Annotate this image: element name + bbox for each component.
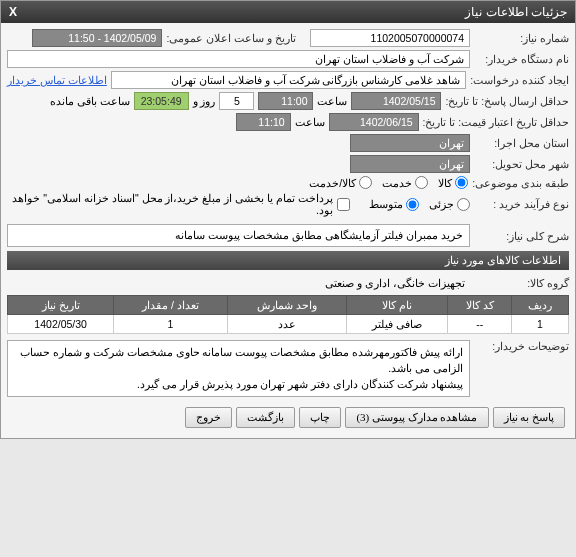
th-row: ردیف (512, 296, 569, 315)
delivery-city-label: شهر محل تحویل: (474, 158, 569, 170)
deadline-date-field: 1402/05/15 (351, 92, 441, 110)
goods-section-header: اطلاعات کالاهای مورد نیاز (7, 251, 569, 270)
td-unit: عدد (227, 315, 346, 334)
cat-service-radio[interactable]: خدمت (382, 176, 428, 189)
days-remain-field: 5 (219, 92, 254, 110)
countdown-field: 23:05:49 (134, 92, 189, 110)
td-date: 1402/05/30 (8, 315, 114, 334)
cat-goods-input[interactable] (455, 176, 468, 189)
content-area: شماره نیاز: 1102005070000074 تاریخ و ساع… (1, 23, 575, 438)
time-label-1: ساعت (317, 95, 347, 107)
public-date-label: تاریخ و ساعت اعلان عمومی: (166, 32, 296, 44)
public-date-field: 1402/05/09 - 11:50 (32, 29, 162, 47)
delivery-city-field: تهران (350, 155, 470, 173)
cat-goods-service-radio[interactable]: کالا/خدمت (309, 176, 372, 189)
goods-table: ردیف کد کالا نام کالا واحد شمارش تعداد /… (7, 295, 569, 334)
validity-time-field: 11:10 (236, 113, 291, 131)
cat-service-input[interactable] (415, 176, 428, 189)
exec-city-label: استان محل اجرا: (474, 137, 569, 149)
treasury-checkbox-input[interactable] (337, 198, 350, 211)
respond-button[interactable]: پاسخ به نیاز (493, 407, 566, 428)
td-code: -- (448, 315, 512, 334)
td-name: صافی فیلتر (346, 315, 448, 334)
td-row: 1 (512, 315, 569, 334)
cat-gs-input[interactable] (359, 176, 372, 189)
cat-goods-radio[interactable]: کالا (438, 176, 468, 189)
days-and-label: روز و (193, 95, 216, 107)
td-qty: 1 (114, 315, 227, 334)
group-value: تجهیزات خانگی، اداری و صنعتی (7, 274, 470, 292)
attachments-button[interactable]: مشاهده مدارک پیوستی (3) (345, 407, 488, 428)
exec-city-field: تهران (350, 134, 470, 152)
requester-field: شاهد غلامی کارشناس بازرگانی شرکت آب و فا… (111, 71, 466, 89)
footer-buttons: پاسخ به نیاز مشاهده مدارک پیوستی (3) چاپ… (7, 403, 569, 432)
pt-medium-radio[interactable]: متوسط (369, 198, 419, 211)
th-date: تاریخ نیاز (8, 296, 114, 315)
contact-link[interactable]: اطلاعات تماس خریدار (7, 74, 107, 86)
deadline-label: حداقل ارسال پاسخ: تا تاریخ: (445, 95, 569, 107)
th-code: کد کالا (448, 296, 512, 315)
buyer-org-label: نام دستگاه خریدار: (474, 53, 569, 65)
purchase-type-label: نوع فرآیند خرید : (474, 198, 569, 210)
buyer-org-field: شرکت آب و فاضلاب استان تهران (7, 50, 470, 68)
category-radios: کالا خدمت کالا/خدمت (309, 176, 468, 189)
time-label-2: ساعت (295, 116, 325, 128)
requester-label: ایجاد کننده درخواست: (470, 74, 569, 86)
treasury-checkbox[interactable]: پرداخت تمام یا بخشی از مبلغ خرید،از محل … (7, 192, 350, 216)
window-titlebar: جزئیات اطلاعات نیاز X (1, 1, 575, 23)
general-desc-field: خرید ممبران فیلتر آزمایشگاهی مطابق مشخصا… (7, 224, 470, 247)
remain-text: ساعت باقی مانده (50, 95, 130, 107)
back-button[interactable]: بازگشت (236, 407, 295, 428)
th-name: نام کالا (346, 296, 448, 315)
pt-medium-input[interactable] (406, 198, 419, 211)
need-no-field: 1102005070000074 (310, 29, 470, 47)
details-window: جزئیات اطلاعات نیاز X شماره نیاز: 110200… (0, 0, 576, 439)
pt-small-input[interactable] (457, 198, 470, 211)
window-title: جزئیات اطلاعات نیاز (465, 5, 567, 19)
th-unit: واحد شمارش (227, 296, 346, 315)
table-header-row: ردیف کد کالا نام کالا واحد شمارش تعداد /… (8, 296, 569, 315)
pt-small-radio[interactable]: جزئی (429, 198, 470, 211)
need-no-label: شماره نیاز: (474, 32, 569, 44)
group-label: گروه کالا: (474, 277, 569, 289)
table-row[interactable]: 1 -- صافی فیلتر عدد 1 1402/05/30 (8, 315, 569, 334)
exit-button[interactable]: خروج (185, 407, 232, 428)
general-desc-label: شرح کلی نیاز: (474, 230, 569, 242)
purchase-type-radios: جزئی متوسط (369, 198, 470, 211)
buyer-notes-field: ارائه پیش فاکتورمهرشده مطابق مشخصات پیوس… (7, 340, 470, 397)
validity-label: حداقل تاریخ اعتبار قیمت: تا تاریخ: (423, 116, 569, 128)
th-qty: تعداد / مقدار (114, 296, 227, 315)
validity-date-field: 1402/06/15 (329, 113, 419, 131)
close-icon[interactable]: X (9, 5, 17, 19)
print-button[interactable]: چاپ (299, 407, 341, 428)
category-label: طبقه بندی موضوعی: (472, 177, 569, 189)
deadline-time-field: 11:00 (258, 92, 313, 110)
buyer-notes-label: توضیحات خریدار: (474, 340, 569, 352)
